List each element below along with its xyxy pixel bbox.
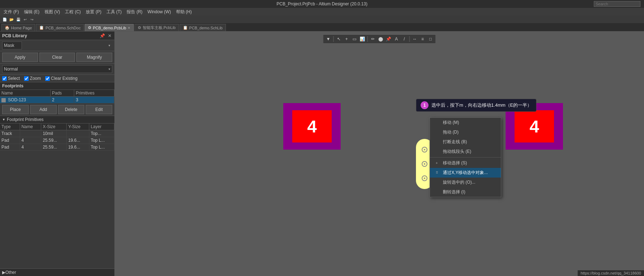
tab-schdoc[interactable]: 📋 PCB_demo.SchDoc [36, 24, 84, 31]
menu-project[interactable]: 工程 (C) [63, 8, 83, 16]
edit-button[interactable]: Edit [86, 105, 112, 114]
ctx-drag[interactable]: 拖动 (D) [430, 127, 501, 137]
table-row[interactable]: Pad 4 25.59... 19.6... Top L... [0, 137, 114, 144]
mode-select[interactable]: Normal Masked Dimmed [2, 65, 112, 73]
toolbar-save[interactable]: 💾 [15, 16, 22, 23]
primitives-section-header[interactable]: ▼ Footprint Primitives [0, 116, 114, 124]
col-name[interactable]: Name [0, 90, 51, 97]
clear-button[interactable]: Clear [39, 53, 75, 62]
zoom-checkbox[interactable] [24, 76, 29, 81]
place-button[interactable]: Place [2, 105, 29, 114]
tool-pin[interactable]: 📌 [385, 35, 392, 43]
panel-close[interactable]: ✕ [107, 33, 112, 38]
toolbar-undo[interactable]: ↩ [22, 16, 28, 23]
tool-text[interactable]: A [393, 35, 400, 43]
other-section[interactable]: ▶ Other [0, 268, 114, 276]
ctx-drag-head[interactable]: 拖动线段头 (E) [430, 147, 501, 156]
prim-col-ysize[interactable]: Y-Size [67, 124, 89, 130]
tool-rect[interactable]: ▭ [351, 35, 358, 43]
table-row[interactable]: Pad 4 25.59... 19.6... Top L... [0, 144, 114, 151]
clear-existing-checkbox-label[interactable]: Clear Existing [45, 76, 77, 81]
tool-circle[interactable]: ⬤ [377, 35, 384, 43]
delete-button[interactable]: Delete [58, 105, 85, 114]
menu-tools[interactable]: 工具 (T) [104, 8, 124, 16]
tooltip-text: 选中后，按下m，向右边移动1.4mm（E的一半） [431, 102, 532, 108]
tool-line[interactable]: / [401, 35, 408, 43]
sod-dot-bottom-inner [424, 178, 425, 179]
component-left[interactable]: 4 [283, 103, 341, 150]
ctx-sep [430, 157, 501, 158]
search-input[interactable] [594, 1, 640, 7]
tool-pen[interactable]: ✏ [369, 35, 377, 43]
button-row: Apply Clear Magnify [0, 51, 114, 64]
toolbar-redo[interactable]: ↪ [29, 16, 35, 23]
prim-col-layer[interactable]: Layer [89, 124, 114, 130]
magnify-button[interactable]: Magnify [76, 53, 112, 62]
col-pads[interactable]: Pads [51, 90, 74, 97]
table-row[interactable]: Track 10mil Top... [0, 130, 114, 137]
add-button[interactable]: Add [30, 105, 57, 114]
prim-col-type[interactable]: Type [0, 124, 20, 130]
prim-name-2: 4 [20, 144, 41, 151]
tool-plus[interactable]: + [343, 35, 350, 43]
panel-pin[interactable]: 📌 [99, 33, 106, 38]
tool-layer[interactable]: ≡ [419, 35, 426, 43]
mask-select-wrapper: Mask [2, 42, 112, 49]
table-row[interactable]: SOD-123 2 3 [0, 97, 114, 103]
prim-name-0 [20, 130, 41, 137]
ctx-break[interactable]: 打断走线 (B) [430, 137, 501, 147]
prim-col-xsize[interactable]: X-Size [41, 124, 67, 130]
primitives-table-wrapper: Type Name X-Size Y-Size Layer Track 10mi… [0, 124, 114, 151]
select-checkbox-label[interactable]: Select [2, 76, 20, 81]
ctx-move-xy-label: 通过X,Y移动选中对象... [443, 170, 488, 176]
toolbar-open[interactable]: 📂 [8, 16, 15, 23]
ctx-drag-label: 拖动 (D) [443, 129, 459, 135]
prim-x-2: 25.59... [41, 144, 67, 151]
normal-row: Normal Masked Dimmed [0, 64, 114, 75]
search-area[interactable] [594, 0, 640, 8]
mask-select[interactable]: Mask [2, 42, 22, 49]
menu-window[interactable]: Window (W) [145, 9, 173, 15]
action-button-row: Place Add Delete Edit [0, 103, 114, 116]
panel-header: PCB Library 📌 ✕ [0, 32, 114, 40]
tab-home[interactable]: 🏠 Home Page [1, 24, 35, 31]
menu-help[interactable]: 帮助 (H) [174, 8, 194, 16]
menu-edit[interactable]: 编辑 (E) [22, 8, 42, 16]
ctx-flip[interactable]: 翻转选择 (I) [430, 187, 501, 197]
select-checkbox[interactable] [2, 76, 7, 81]
ctx-move-select[interactable]: + 移动选择 (S) [430, 158, 501, 168]
tab-schlib[interactable]: 📋 PCB_demo.SchLib [180, 24, 226, 31]
menu-place[interactable]: 放置 (P) [84, 8, 103, 16]
canvas-area[interactable]: ▼ ↖ + ▭ 📊 ✏ ⬤ 📌 A / ↔ ≡ □ 4 4 [115, 32, 644, 276]
tool-arrow[interactable]: ↖ [335, 35, 342, 43]
toolbar-sep-2 [368, 36, 368, 42]
toolbar-new[interactable]: 📄 [1, 16, 8, 23]
ctx-move-xy[interactable]: ⠿ 通过X,Y移动选中对象... [430, 168, 501, 178]
prim-x-1: 25.59... [41, 137, 67, 144]
menu-view[interactable]: 视图 (V) [42, 8, 62, 16]
tool-filter[interactable]: ▼ [325, 35, 332, 43]
clear-existing-checkbox[interactable] [45, 76, 50, 81]
tool-dim[interactable]: ↔ [411, 35, 418, 43]
menu-report[interactable]: 报告 (R) [124, 8, 145, 16]
ctx-rotate[interactable]: 旋转选中的 (O)... [430, 178, 501, 187]
primitives-section: ▼ Footprint Primitives Type Name X-Size … [0, 116, 114, 268]
ctx-move[interactable]: 移动 (M) [430, 118, 501, 127]
ctx-break-label: 打断走线 (B) [443, 139, 467, 145]
prim-col-name[interactable]: Name [20, 124, 41, 130]
url-bar: https://blog.csdn.net/qq_34118600 [578, 270, 644, 276]
tool-chart[interactable]: 📊 [359, 35, 366, 43]
menu-file[interactable]: 文件 (F) [1, 8, 21, 16]
tab-schdoc-icon: 📋 [39, 25, 44, 30]
col-primitives[interactable]: Primitives [74, 90, 114, 97]
tool-box[interactable]: □ [427, 35, 434, 43]
fp-icon [1, 98, 6, 102]
tab-pcblib[interactable]: ⚙ PCB_demo.PcbLib ✕ [85, 24, 134, 31]
tab-pcblib-close[interactable]: ✕ [128, 26, 131, 30]
tab-smartcar[interactable]: ⚙ 智能车主板.PcbLib [134, 24, 179, 31]
zoom-checkbox-label[interactable]: Zoom [24, 76, 41, 81]
apply-button[interactable]: Apply [2, 53, 38, 62]
context-menu: 移动 (M) 拖动 (D) 打断走线 (B) 拖动线段头 (E) + 移动选择 … [430, 117, 501, 197]
tab-schlib-label: PCB_demo.SchLib [189, 26, 223, 30]
mask-row: Mask [0, 40, 114, 51]
